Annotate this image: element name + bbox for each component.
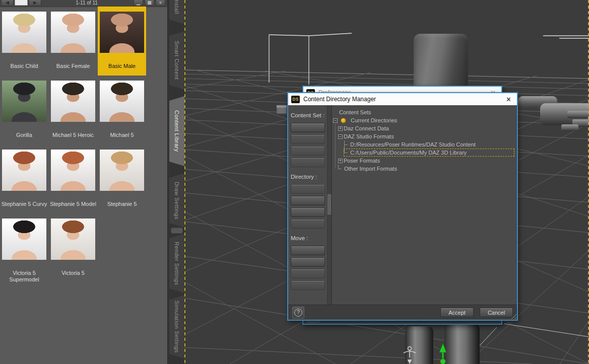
content-thumbnail-grid: Basic Child Basic Female Basic Male Gori… [0,7,151,289]
tree-item-label: Poser Formats [344,158,380,164]
tree-connector [338,165,343,173]
content-item-thumbnail[interactable] [51,12,95,53]
content-item-label: Stephanie 5 Curvy [2,201,47,207]
button-remove-all[interactable] [291,219,325,229]
minimize-thumbnails-button[interactable]: ▁ [134,0,143,6]
prev-page-button[interactable]: ◀ [1,0,14,6]
pane-tab-content-library[interactable]: Content Library [169,96,184,166]
content-item-thumbnail[interactable] [2,12,46,53]
translate-gizmo-green-arrow[interactable] [435,336,450,364]
tree-expander-icon[interactable]: + [338,159,343,163]
button-remove[interactable] [291,146,325,156]
content-item-thumbnail[interactable] [2,81,46,122]
button-rename[interactable] [291,158,325,167]
pane-tab-label: Draw Settings [174,182,180,220]
content-library-panel: ◀ ▶ 1-11 of 11 ▁ ▦ ≡ Basic Child Basic F… [0,0,167,364]
tree-expander-icon[interactable]: − [333,118,338,123]
action-column-scrollbar[interactable] [327,105,332,305]
content-item-label: Gorilla [16,132,32,138]
tree-item-other-import-formats[interactable]: Other Import Formats [332,165,514,173]
content-item-victoria-5-supermodel[interactable]: Victoria 5 Supermodel [0,213,48,289]
tree-expander-icon[interactable]: − [338,134,343,139]
move-buttons [291,246,325,292]
tree-item-current-directories[interactable]: − Current Directories [332,116,514,124]
button-edit[interactable] [291,196,325,205]
tree-expander-icon[interactable]: + [338,126,343,131]
pane-splitter-handle[interactable] [171,228,183,234]
small-slab-3[interactable] [561,124,578,131]
button-to-bottom[interactable] [291,280,325,290]
button-down-one[interactable] [291,269,325,278]
content-item-label: Victoria 5 [61,270,85,276]
tree-item-label: D:/Resources/Poser Runtimes/DAZ Studio C… [350,141,476,148]
pane-tab-label: Render Settings [174,242,180,285]
panel-menu-icon[interactable]: ≡ [156,0,165,6]
directory-buttons [291,184,325,231]
pane-tab-simulation-settings[interactable]: Simulation Settings [169,295,184,358]
content-item-basic-female[interactable]: Basic Female [49,7,97,76]
close-icon[interactable]: ✕ [503,96,514,103]
content-item-thumbnail[interactable] [51,81,95,122]
pane-tab-draw-settings[interactable]: Draw Settings [169,173,184,228]
page-number-field[interactable] [15,0,28,6]
content-item-michael-5[interactable]: Michael 5 [98,76,146,144]
content-item-thumbnail[interactable] [2,219,46,260]
pane-tab-smart-content[interactable]: Smart Content [169,31,184,90]
button-add[interactable] [291,184,325,194]
tree-item-c-users-public-documents-my-daz-3d-library[interactable]: C:/Users/Public/Documents/My DAZ 3D Libr… [332,149,514,157]
directory-tree: Content Sets − Current Directories + [332,105,517,305]
content-item-victoria-5[interactable]: Victoria 5 [49,213,97,289]
tree-connector [344,149,349,157]
content-item-thumbnail[interactable] [100,150,144,191]
content-item-label: Victoria 5 Supermodel [0,270,48,283]
help-icon: ? [294,309,302,317]
pane-tab-render-settings[interactable]: Render Settings [169,234,184,293]
content-item-gorilla[interactable]: Gorilla [0,76,48,144]
content-item-stephanie-5-curvy[interactable]: Stephanie 5 Curvy [0,144,48,213]
button-up-one[interactable] [291,257,325,267]
content-item-thumbnail[interactable] [51,150,95,191]
cdm-titlebar[interactable]: DS Content Directory Manager ✕ [288,93,517,105]
tree-item-poser-formats[interactable]: + Poser Formats [332,157,514,165]
content-item-stephanie-5-model[interactable]: Stephanie 5 Model [49,144,97,213]
tree-item-daz-connect-data[interactable]: + Daz Connect Data [332,124,514,132]
content-item-basic-male[interactable]: Basic Male [98,7,146,76]
content-item-label: Stephanie 5 [107,201,137,207]
content-item-label: Basic Child [10,63,38,69]
content-set-buttons [291,123,325,169]
content-item-stephanie-5[interactable]: Stephanie 5 [98,144,146,213]
pane-tab-strip: Install Smart Content Content Library Dr… [167,0,185,364]
content-item-label: Basic Female [56,63,90,69]
content-item-label: Michael 5 Heroic [52,132,94,138]
cdm-footer: ? Accept Cancel [288,305,517,320]
content-set-label: Content Set : [291,112,324,118]
scrollbar-handle[interactable] [328,194,331,214]
button-remove[interactable] [291,207,325,217]
item-range-label: 1-11 of 11 [41,0,132,6]
small-slab-1[interactable] [567,111,589,118]
button-copy[interactable] [291,134,325,144]
pane-tab-install[interactable]: Install [169,0,184,24]
content-directory-manager-dialog: DS Content Directory Manager ✕ Content S… [287,92,518,321]
content-item-label: Stephanie 5 Model [50,201,96,207]
pane-tab-label: Smart Content [174,41,180,80]
next-page-button[interactable]: ▶ [29,0,41,6]
content-item-thumbnail[interactable] [100,12,144,53]
content-item-michael-5-heroic[interactable]: Michael 5 Heroic [49,76,97,144]
help-button[interactable]: ? [292,307,304,319]
accept-button[interactable]: Accept [440,308,474,317]
pane-tab-label: Simulation Settings [174,301,180,353]
cylinder-primitive[interactable] [414,34,468,94]
tree-item-daz-studio-formats[interactable]: − DAZ Studio Formats [332,132,514,140]
cancel-button[interactable]: Cancel [480,308,513,317]
content-item-thumbnail[interactable] [2,150,46,191]
tree-item-d-resources-poser-runtimes-daz-studio-content[interactable]: D:/Resources/Poser Runtimes/DAZ Studio C… [332,140,514,149]
content-item-thumbnail[interactable] [100,81,144,122]
daz-studio-app-icon: DS [291,96,300,103]
tree-item-content-sets[interactable]: Content Sets [332,108,514,116]
button-to-top[interactable] [291,246,325,255]
content-item-thumbnail[interactable] [51,219,95,260]
content-item-basic-child[interactable]: Basic Child [0,7,48,76]
button-new[interactable] [291,123,325,132]
grid-view-icon[interactable]: ▦ [145,0,154,6]
